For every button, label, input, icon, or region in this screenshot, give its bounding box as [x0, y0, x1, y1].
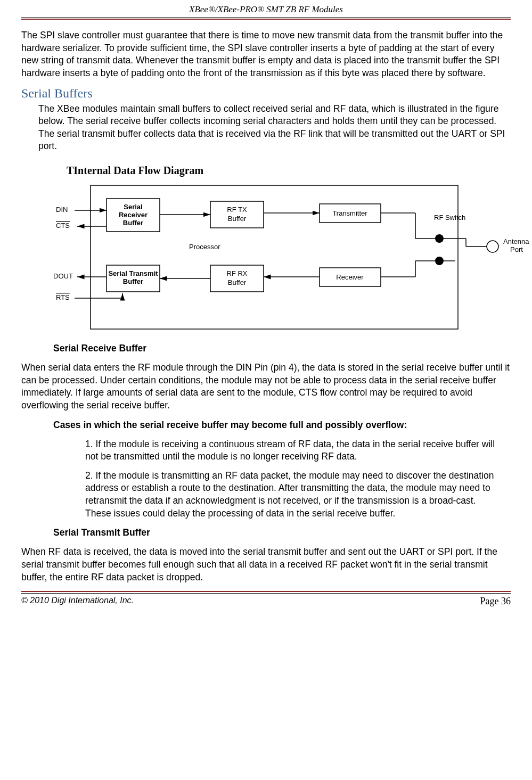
footer-rule: [21, 591, 511, 594]
label-transmitter: Transmitter: [332, 209, 367, 217]
subheading-overflow-cases: Cases in which the serial receive buffer…: [53, 420, 511, 431]
label-processor: Processor: [189, 243, 220, 251]
svg-point-17: [435, 257, 444, 265]
paragraph-serial-receive: When serial data enters the RF module th…: [21, 362, 511, 412]
header-rule: [21, 17, 511, 20]
label-receiver: Receiver: [336, 273, 364, 281]
paragraph-serial-buffers-intro: The XBee modules maintain small buffers …: [38, 103, 511, 153]
svg-text:Serial: Serial: [124, 203, 142, 211]
svg-text:Antenna: Antenna: [503, 237, 529, 245]
diagram-title: TInternal Data Flow Diagram: [67, 165, 511, 177]
header-title: XBee®/XBee-PRO® SMT ZB RF Modules: [21, 0, 511, 17]
subheading-serial-transmit-buffer: Serial Transmit Buffer: [53, 527, 511, 538]
label-dout: DOUT: [53, 272, 73, 280]
svg-text:Buffer: Buffer: [228, 278, 247, 286]
svg-point-18: [487, 241, 498, 252]
svg-text:Buffer: Buffer: [123, 219, 143, 227]
case-1: 1. If the module is receiving a continuo…: [85, 438, 500, 463]
svg-text:RF RX: RF RX: [227, 269, 248, 277]
svg-rect-0: [91, 185, 458, 329]
label-rf-switch: RF Switch: [434, 214, 465, 221]
footer-copyright: © 2010 Digi International, Inc.: [21, 596, 134, 607]
data-flow-diagram: DIN CTS DOUT RTS Serial Receiver Buffer …: [53, 180, 511, 334]
svg-text:Buffer: Buffer: [123, 277, 143, 285]
svg-text:RF TX: RF TX: [227, 206, 247, 214]
svg-text:Buffer: Buffer: [228, 215, 247, 223]
paragraph-spi-slave: The SPI slave controller must guarantee …: [21, 29, 511, 80]
svg-text:Serial Transmit: Serial Transmit: [108, 269, 158, 277]
svg-point-16: [435, 234, 444, 243]
footer-page-number: Page 36: [480, 596, 511, 607]
paragraph-serial-transmit: When RF data is received, the data is mo…: [21, 546, 511, 584]
heading-serial-buffers: Serial Buffers: [21, 86, 511, 101]
svg-text:Port: Port: [510, 245, 523, 253]
label-din: DIN: [56, 206, 68, 214]
label-cts: CTS: [56, 221, 70, 229]
svg-text:Receiver: Receiver: [119, 211, 148, 219]
subheading-serial-receive-buffer: Serial Receive Buffer: [53, 343, 511, 354]
label-rts: RTS: [56, 293, 70, 301]
case-2: 2. If the module is transmitting an RF d…: [85, 470, 500, 520]
